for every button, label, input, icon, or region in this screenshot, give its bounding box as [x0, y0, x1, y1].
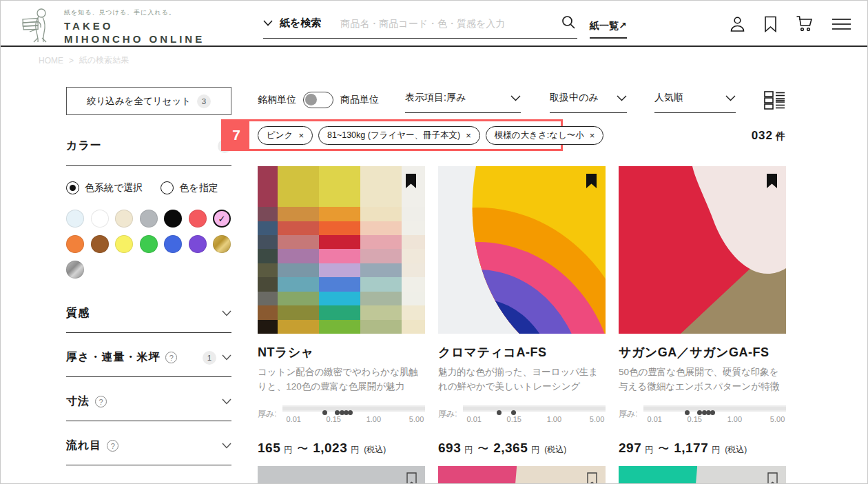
swatch-pink-selected[interactable]: ✓: [213, 210, 231, 228]
paper-swatch-cell: [402, 305, 426, 319]
unit-toggle[interactable]: [303, 92, 333, 108]
chevron-down-icon: [222, 399, 231, 405]
brand-block: 紙を知る、見つける、手に入れる。 TAKEO MIHONCHO ONLINE: [64, 6, 205, 46]
product-image[interactable]: [619, 166, 786, 334]
filter-tag-pink[interactable]: ピンク ×: [258, 126, 313, 145]
breadcrumb-home-link[interactable]: HOME: [39, 56, 63, 65]
filter-tag-weight[interactable]: 81~130kg (フライヤー、冊子本文) ×: [318, 126, 480, 145]
swatch-pale-blue[interactable]: [66, 210, 84, 228]
swatch-yellow[interactable]: [115, 235, 133, 253]
radio-color-specify[interactable]: 色を指定: [161, 181, 218, 194]
price-range: 297 円 〜 1,177 円 (税込): [619, 441, 786, 456]
paper-swatch-cell: [319, 277, 360, 291]
help-icon[interactable]: ?: [165, 352, 177, 363]
product-card-partial[interactable]: [258, 466, 425, 484]
sort-dropdown[interactable]: 人気順: [654, 92, 736, 113]
price-max: 1,023: [313, 441, 347, 456]
paper-swatch-cell: [319, 221, 360, 235]
range-tilde: 〜: [297, 442, 308, 456]
annotation-number: 7: [223, 121, 249, 149]
help-icon[interactable]: ?: [95, 396, 107, 407]
product-title[interactable]: NTラシャ: [258, 344, 425, 361]
swatch-purple[interactable]: [189, 235, 207, 253]
paper-swatch-cell: [360, 320, 402, 334]
reset-count-badge: 3: [197, 94, 211, 108]
swatch-orange[interactable]: [66, 235, 84, 253]
filter-tag-pattern[interactable]: 模様の大きさ:なし〜小 ×: [486, 126, 604, 145]
view-mode-icon[interactable]: [764, 91, 785, 110]
paper-swatch-cell: [319, 249, 360, 263]
product-image[interactable]: [438, 166, 606, 334]
bookmark-icon[interactable]: [764, 16, 777, 32]
chevron-down-icon: [617, 95, 627, 101]
swatch-silver[interactable]: [66, 261, 84, 279]
paper-swatch-cell: [360, 235, 402, 249]
bookmark-filled-icon[interactable]: [766, 173, 778, 189]
paper-swatch-cell: [319, 320, 360, 334]
header: 紙を知る、見つける、手に入れる。 TAKEO MIHONCHO ONLINE 紙…: [1, 1, 867, 47]
paper-swatch-cell: [278, 320, 319, 334]
thickness-dot: [322, 410, 327, 415]
color-section-header: カラー 1: [66, 139, 231, 153]
stock-filter-dropdown[interactable]: 取扱中のみ: [550, 92, 627, 113]
radio-color-specify-label: 色を指定: [179, 182, 218, 194]
slider-track: [282, 405, 425, 412]
search-input[interactable]: [340, 18, 559, 29]
range-tilde: 〜: [477, 442, 488, 456]
product-title[interactable]: サガンGA／サガンGA-FS: [619, 344, 786, 361]
rolled-papers-illustration: [438, 166, 606, 334]
reset-filters-label: 絞り込みを全てリセット: [87, 95, 191, 108]
page: 紙を知る、見つける、手に入れる。 TAKEO MIHONCHO ONLINE 紙…: [0, 0, 868, 484]
swatch-gray[interactable]: [140, 210, 158, 228]
product-title[interactable]: クロマティコA-FS: [438, 344, 606, 361]
swatch-black[interactable]: [164, 210, 182, 228]
swatch-cream[interactable]: [115, 210, 133, 228]
thickness-row: 厚み: 0.01 0.15 1.00 5.00: [438, 403, 606, 424]
paper-swatch-cell: [258, 249, 278, 263]
color-section-title: カラー: [66, 139, 102, 153]
yen-label: 円: [712, 444, 720, 456]
bookmark-filled-icon[interactable]: [586, 173, 597, 189]
radio-color-family[interactable]: 色系統で選択: [66, 181, 143, 194]
swatch-red[interactable]: [189, 210, 207, 228]
section-thickness[interactable]: 厚さ・連量・米坪 ? 1: [66, 350, 231, 377]
swatch-white[interactable]: [91, 210, 109, 228]
close-icon[interactable]: ×: [590, 130, 595, 141]
help-icon[interactable]: ?: [107, 440, 118, 452]
close-icon[interactable]: ×: [298, 130, 304, 141]
chevron-down-icon[interactable]: [263, 20, 273, 26]
account-icon[interactable]: [730, 16, 745, 32]
cart-icon[interactable]: [796, 15, 814, 32]
section-texture[interactable]: 質感: [66, 306, 231, 333]
bookmark-outline-icon[interactable]: [767, 472, 778, 484]
paper-swatch-cell: [258, 221, 278, 235]
site-logo[interactable]: 紙を知る、見つける、手に入れる。 TAKEO MIHONCHO ONLINE: [20, 6, 205, 46]
paper-list-link[interactable]: 紙一覧↗: [590, 20, 627, 39]
unit-toggle-group: 銘柄単位 商品単位: [258, 92, 379, 108]
product-image[interactable]: [258, 166, 425, 334]
product-card-partial[interactable]: [438, 466, 606, 484]
reset-filters-button[interactable]: 絞り込みを全てリセット 3: [66, 87, 231, 115]
bookmark-filled-icon[interactable]: [405, 173, 417, 189]
swatch-blue[interactable]: [164, 235, 182, 253]
product-card-partial[interactable]: [619, 466, 786, 484]
search-icon[interactable]: [559, 14, 577, 32]
swatch-green[interactable]: [140, 235, 158, 253]
section-grain[interactable]: 流れ目 ?: [66, 438, 231, 465]
bookmark-outline-icon[interactable]: [406, 472, 417, 484]
toggle-left-label: 銘柄単位: [258, 94, 296, 106]
display-item-dropdown[interactable]: 表示項目:厚み: [405, 92, 521, 113]
paper-swatch-cell: [258, 305, 278, 319]
menu-icon[interactable]: [832, 17, 851, 31]
section-thickness-label: 厚さ・連量・米坪: [66, 350, 160, 365]
slider-tick: 0.15: [688, 415, 702, 423]
paper-swatch-cell: [360, 166, 402, 207]
swatch-brown[interactable]: [91, 235, 109, 253]
product-description: 50色の豊富な色展開で、硬質な印象を与える微細なエンボスパターンが特徴: [619, 365, 786, 394]
slider-tick: 0.01: [286, 415, 300, 423]
close-icon[interactable]: ×: [466, 130, 471, 141]
bookmark-outline-icon[interactable]: [587, 472, 597, 484]
swatch-gold[interactable]: [213, 235, 231, 253]
brand-name-line1: TAKEO: [64, 20, 205, 33]
section-dimensions[interactable]: 寸法 ?: [66, 394, 231, 421]
